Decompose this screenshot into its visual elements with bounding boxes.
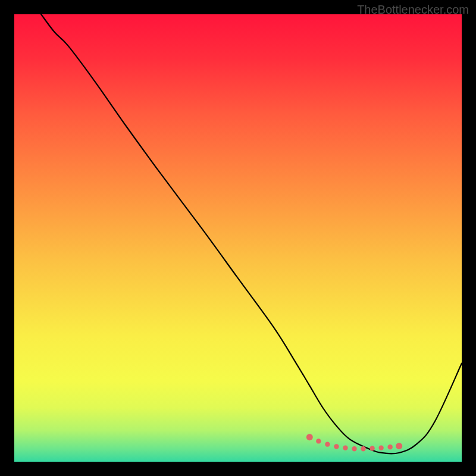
watermark-text: TheBottlenecker.com (357, 3, 469, 17)
curve-layer (14, 14, 462, 462)
marker-dot (325, 441, 330, 446)
marker-dot (306, 434, 313, 440)
marker-dot (387, 444, 392, 449)
bottleneck-curve (41, 14, 462, 454)
marker-dot (343, 445, 347, 450)
marker-dot (352, 446, 356, 451)
marker-dot (316, 439, 321, 443)
marker-dot (396, 443, 402, 449)
marker-dot (378, 445, 383, 450)
chart-frame: TheBottlenecker.com (0, 0, 476, 476)
plot-area (14, 14, 462, 462)
marker-dot (334, 444, 339, 449)
marker-dot (361, 446, 365, 451)
marker-dot (369, 446, 374, 450)
